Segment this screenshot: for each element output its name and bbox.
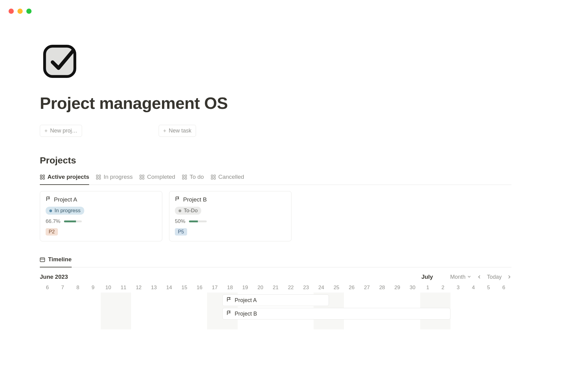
timeline-bar[interactable]: Project B bbox=[222, 308, 450, 320]
window-traffic-lights bbox=[0, 0, 588, 14]
tab-timeline[interactable]: Timeline bbox=[40, 256, 72, 267]
timeline-day: 3 bbox=[450, 283, 466, 293]
svg-rect-1 bbox=[40, 175, 42, 176]
svg-rect-21 bbox=[40, 258, 45, 262]
today-label: Today bbox=[487, 274, 502, 280]
timeline-day: 30 bbox=[405, 283, 420, 293]
progress-bar bbox=[64, 220, 82, 222]
svg-rect-8 bbox=[99, 178, 100, 179]
new-project-label: New proj… bbox=[50, 128, 77, 134]
status-badge: To-Do bbox=[175, 207, 201, 215]
project-cards-row: Project A In progress 66.7% P2 Project B… bbox=[40, 191, 511, 241]
tab-to-do[interactable]: To do bbox=[182, 174, 204, 185]
grid-icon bbox=[211, 174, 216, 180]
timeline-day: 20 bbox=[253, 283, 268, 293]
new-task-button[interactable]: + New task bbox=[159, 125, 196, 137]
timeline-today-button[interactable]: Today bbox=[487, 274, 502, 280]
new-task-label: New task bbox=[169, 128, 191, 134]
timeline-icon bbox=[40, 257, 45, 262]
card-title-row: Project A bbox=[46, 196, 156, 203]
status-badge: In progress bbox=[46, 207, 84, 215]
tab-active-projects[interactable]: Active projects bbox=[40, 174, 89, 185]
timeline-day: 21 bbox=[268, 283, 283, 293]
timeline-range-selector[interactable]: Month bbox=[450, 274, 472, 280]
timeline-day: 2 bbox=[435, 283, 450, 293]
tab-label: Active projects bbox=[47, 174, 89, 180]
timeline-day: 24 bbox=[314, 283, 329, 293]
timeline-day: 28 bbox=[375, 283, 390, 293]
tab-in-progress[interactable]: In progress bbox=[96, 174, 133, 185]
close-window-dot[interactable] bbox=[9, 9, 14, 14]
plus-icon: + bbox=[44, 128, 48, 134]
project-name: Project A bbox=[54, 196, 77, 203]
tab-cancelled[interactable]: Cancelled bbox=[211, 174, 244, 185]
svg-rect-14 bbox=[185, 175, 187, 176]
timeline-day: 15 bbox=[177, 283, 192, 293]
svg-rect-16 bbox=[185, 178, 187, 179]
timeline-day: 16 bbox=[192, 283, 207, 293]
grid-icon bbox=[182, 174, 187, 180]
flag-icon bbox=[226, 310, 232, 317]
timeline-next-button[interactable] bbox=[507, 275, 511, 279]
project-card[interactable]: Project B To-Do 50% P5 bbox=[169, 191, 292, 241]
timeline-controls: Month Today bbox=[450, 274, 511, 280]
range-label: Month bbox=[450, 274, 466, 280]
svg-rect-9 bbox=[140, 175, 141, 176]
grid-icon bbox=[139, 174, 145, 180]
svg-rect-15 bbox=[183, 178, 184, 179]
timeline-day: 4 bbox=[466, 283, 481, 293]
grid-icon bbox=[40, 174, 45, 180]
timeline-day: 25 bbox=[329, 283, 344, 293]
progress-percent: 66.7% bbox=[46, 218, 60, 224]
timeline-day: 14 bbox=[161, 283, 177, 293]
timeline-bar[interactable]: Project A bbox=[222, 294, 329, 306]
timeline-prev-button[interactable] bbox=[477, 275, 481, 279]
status-dot-icon bbox=[49, 209, 52, 212]
new-project-button[interactable]: + New proj… bbox=[40, 125, 82, 137]
timeline-day: 19 bbox=[238, 283, 253, 293]
priority-badge: P2 bbox=[46, 228, 58, 236]
svg-rect-2 bbox=[43, 175, 44, 176]
timeline-month-secondary: July bbox=[421, 274, 433, 280]
card-title-row: Project B bbox=[175, 196, 286, 203]
status-dot-icon bbox=[179, 209, 181, 212]
page-icon[interactable] bbox=[40, 41, 80, 81]
timeline-grid: 6789101112131415161718192021222324252627… bbox=[40, 283, 511, 329]
timeline-day: 22 bbox=[283, 283, 299, 293]
svg-rect-7 bbox=[96, 178, 98, 179]
svg-rect-6 bbox=[99, 175, 100, 176]
progress-bar bbox=[189, 220, 207, 222]
flag-icon bbox=[175, 196, 180, 203]
maximize-window-dot[interactable] bbox=[26, 9, 32, 14]
timeline-day: 11 bbox=[116, 283, 131, 293]
chevron-down-icon bbox=[467, 275, 472, 279]
tab-label: Completed bbox=[147, 174, 175, 180]
project-card[interactable]: Project A In progress 66.7% P2 bbox=[40, 191, 162, 241]
progress-percent: 50% bbox=[175, 218, 185, 224]
page-title: Project management OS bbox=[40, 94, 511, 113]
svg-rect-4 bbox=[43, 178, 44, 179]
timeline-day: 18 bbox=[222, 283, 238, 293]
minimize-window-dot[interactable] bbox=[17, 9, 23, 14]
svg-rect-17 bbox=[211, 175, 213, 176]
svg-rect-0 bbox=[45, 46, 75, 77]
plus-icon: + bbox=[163, 128, 167, 134]
svg-rect-10 bbox=[142, 175, 144, 176]
projects-heading: Projects bbox=[40, 155, 511, 166]
svg-rect-12 bbox=[142, 178, 144, 179]
tab-completed[interactable]: Completed bbox=[139, 174, 175, 185]
timeline-day: 10 bbox=[101, 283, 116, 293]
timeline-day: 1 bbox=[420, 283, 435, 293]
timeline-day-row: 6789101112131415161718192021222324252627… bbox=[40, 283, 511, 293]
chevron-left-icon bbox=[477, 275, 481, 279]
svg-rect-19 bbox=[211, 178, 213, 179]
timeline-bar-label: Project B bbox=[235, 311, 257, 317]
timeline-day: 17 bbox=[207, 283, 222, 293]
timeline-day: 6 bbox=[40, 283, 55, 293]
timeline-day: 6 bbox=[496, 283, 511, 293]
timeline-body[interactable]: Project AProject B bbox=[40, 293, 511, 329]
tab-label: To do bbox=[190, 174, 204, 180]
flag-icon bbox=[226, 297, 232, 304]
timeline-header: June 2023 July Month Today bbox=[40, 274, 511, 280]
flag-icon bbox=[46, 196, 51, 203]
